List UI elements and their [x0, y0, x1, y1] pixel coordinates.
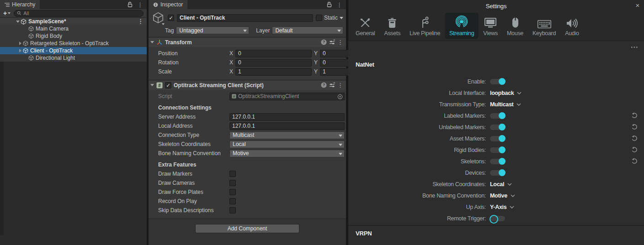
- undo-icon[interactable]: [631, 112, 638, 119]
- object-picker-icon[interactable]: [337, 94, 343, 99]
- hierarchy-search[interactable]: [14, 10, 144, 17]
- tree-row[interactable]: Retargeted Skeleton - OptiTrack: [0, 40, 147, 47]
- tab-streaming[interactable]: Streaming: [445, 13, 479, 39]
- info-icon: [153, 2, 158, 7]
- tag-dropdown[interactable]: Untagged: [176, 26, 249, 34]
- script-object-field[interactable]: # OptitrackStreamingClient: [229, 93, 345, 100]
- bone-naming-convention-dropdown[interactable]: Motive: [490, 193, 515, 199]
- presets-icon[interactable]: [329, 83, 335, 88]
- add-component-button[interactable]: Add Component: [195, 224, 299, 233]
- unlock-icon[interactable]: [327, 2, 332, 7]
- gameobject-big-cube-icon[interactable]: [151, 12, 165, 24]
- tab-label: Assets: [384, 30, 400, 36]
- undo-icon[interactable]: [631, 146, 638, 153]
- tree-row[interactable]: Directional Light: [0, 54, 147, 62]
- draw-cameras-checkbox[interactable]: [229, 180, 236, 186]
- tab-live-pipeline[interactable]: Live Pipeline: [405, 13, 445, 39]
- close-icon[interactable]: ×: [635, 1, 639, 9]
- tab-inspector[interactable]: Inspector: [149, 0, 187, 9]
- static-label: Static: [324, 15, 338, 21]
- tree-row-scene[interactable]: SampleScene* ⋮: [0, 18, 147, 25]
- tab-views[interactable]: Views: [479, 13, 502, 39]
- tree-row-selected[interactable]: Client - OptiTrack: [0, 47, 147, 54]
- tab-label: Streaming: [449, 30, 474, 36]
- transform-header[interactable]: Transform ? ⋮: [149, 37, 346, 47]
- presets-icon[interactable]: [329, 40, 335, 45]
- devices-toggle[interactable]: [490, 170, 505, 176]
- rotation-x-field[interactable]: [235, 59, 312, 67]
- record-on-play-checkbox[interactable]: [229, 198, 236, 204]
- tab-assets[interactable]: Assets: [379, 13, 405, 39]
- bone-naming-convention-dropdown[interactable]: Motive: [229, 150, 345, 157]
- tab-mouse[interactable]: Mouse: [502, 13, 528, 39]
- chevron-down-icon: [339, 144, 342, 146]
- tree-row[interactable]: Rigid Body: [0, 32, 147, 40]
- static-checkbox[interactable]: [316, 15, 322, 21]
- undo-icon[interactable]: [631, 135, 638, 141]
- tab-keyboard[interactable]: Keyboard: [528, 13, 560, 39]
- skeleton-coordinates-dropdown[interactable]: Local: [229, 141, 345, 148]
- foldout-closed-icon[interactable]: [19, 49, 21, 52]
- remote-trigger-toggle[interactable]: [490, 216, 505, 221]
- kebab-menu-icon[interactable]: ⋮: [336, 2, 342, 8]
- local-address-field[interactable]: [229, 122, 345, 130]
- tab-hierarchy[interactable]: Hierarchy: [0, 0, 40, 9]
- foldout-open-icon[interactable]: [150, 41, 154, 43]
- scale-x-field[interactable]: [235, 68, 312, 76]
- more-options-icon[interactable]: •••: [631, 45, 639, 50]
- chevron-down-icon: [516, 103, 521, 106]
- setting-row-bone-naming-convention: Bone Naming Convention: Motive: [348, 190, 644, 201]
- tree-row-label: Client - OptiTrack: [30, 47, 73, 54]
- setting-row-skeleton-coordinates: Skeleton Coordinates: Local: [348, 178, 644, 190]
- scene-kebab-icon[interactable]: ⋮: [138, 18, 144, 24]
- svg-text:#: #: [233, 95, 235, 99]
- transmission-type-dropdown[interactable]: Multicast: [490, 101, 521, 108]
- kebab-menu-icon[interactable]: ⋮: [137, 2, 143, 8]
- chevron-down-icon: [510, 206, 514, 209]
- tab-label: Views: [483, 30, 498, 36]
- chevron-down-icon: [243, 30, 247, 32]
- transform-title: Transform: [165, 39, 319, 46]
- undo-icon[interactable]: [631, 124, 638, 130]
- skeleton-coordinates-dropdown[interactable]: Local: [490, 181, 512, 188]
- kebab-menu-icon[interactable]: ⋮: [337, 39, 343, 45]
- search-input[interactable]: [23, 10, 140, 16]
- skeletons-toggle[interactable]: [490, 159, 505, 164]
- foldout-closed-icon[interactable]: [19, 42, 21, 45]
- enable-toggle[interactable]: [490, 79, 505, 84]
- foldout-open-icon[interactable]: [16, 21, 20, 23]
- up-axis-dropdown[interactable]: Y-Axis: [490, 204, 514, 210]
- tree-row[interactable]: Main Camera: [0, 25, 147, 32]
- unlock-icon[interactable]: [128, 2, 133, 7]
- unlabeled-markers-toggle[interactable]: [490, 125, 505, 130]
- add-gameobject-button[interactable]: +: [3, 10, 11, 17]
- asset-markers-toggle[interactable]: [490, 136, 505, 141]
- position-x-field[interactable]: [235, 50, 312, 57]
- undo-icon[interactable]: [631, 158, 638, 164]
- gameobject-name-field[interactable]: [177, 14, 313, 22]
- rigid-bodies-toggle[interactable]: [490, 147, 505, 153]
- foldout-open-icon[interactable]: [150, 84, 154, 86]
- server-address-field[interactable]: [229, 113, 345, 121]
- draw-force-plates-checkbox[interactable]: [229, 189, 236, 195]
- help-icon[interactable]: ?: [321, 39, 327, 45]
- local-interface-dropdown[interactable]: loopback: [490, 90, 522, 96]
- labeled-markers-toggle[interactable]: [490, 113, 505, 119]
- tree-row-label: Main Camera: [36, 26, 69, 32]
- skip-data-descriptions-checkbox[interactable]: [229, 207, 236, 214]
- tab-audio[interactable]: Audio: [560, 13, 583, 39]
- tree-row-label: Retargeted Skeleton - OptiTrack: [30, 40, 109, 47]
- setting-row-unlabeled-markers: Unlabeled Markers:: [348, 121, 644, 133]
- tree-row-label: Directional Light: [36, 55, 75, 61]
- chevron-down-icon[interactable]: [340, 17, 343, 19]
- layer-dropdown[interactable]: Default: [272, 26, 343, 34]
- connection-type-dropdown[interactable]: Multicast: [229, 131, 345, 139]
- active-checkbox[interactable]: ✓: [168, 15, 174, 21]
- tab-general[interactable]: General: [351, 13, 379, 39]
- draw-markers-checkbox[interactable]: [229, 171, 236, 177]
- component-enabled-checkbox[interactable]: ✓: [165, 82, 171, 89]
- help-icon[interactable]: ?: [321, 82, 327, 88]
- transform-body: Position X Y Z Rotation X Y Z Scale X: [149, 47, 346, 80]
- kebab-menu-icon[interactable]: ⋮: [337, 82, 343, 88]
- optitrack-component-header[interactable]: # ✓ Optitrack Streaming Client (Script) …: [149, 80, 346, 90]
